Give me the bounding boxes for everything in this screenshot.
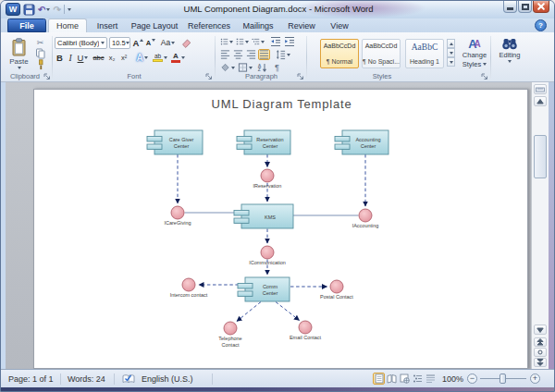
style-heading-1[interactable]: AaBbC Heading 1 <box>405 39 444 68</box>
maximize-button[interactable] <box>518 1 532 13</box>
scroll-up-button[interactable] <box>534 96 547 106</box>
styles-dialog-launcher[interactable] <box>481 73 488 80</box>
interface-postal-contact[interactable]: Postal Contact <box>320 280 353 300</box>
select-browse-object-button[interactable] <box>534 348 547 357</box>
scrollbar-thumb[interactable] <box>534 135 547 178</box>
line-spacing-button[interactable] <box>275 49 291 60</box>
decrease-indent-button[interactable] <box>269 36 282 47</box>
style-normal[interactable]: AaBbCcDd ¶ Normal <box>320 39 359 68</box>
justify-icon <box>259 49 269 60</box>
copy-button[interactable] <box>32 48 48 58</box>
zoom-in-button[interactable]: + <box>530 374 540 384</box>
component-comm-center[interactable]: Comm Center <box>238 277 290 301</box>
format-painter-button[interactable] <box>32 59 48 69</box>
text-effects-button[interactable]: A <box>134 52 150 64</box>
font-dialog-launcher[interactable] <box>205 73 213 80</box>
ruler-toggle-button[interactable] <box>534 84 547 94</box>
chevron-down-icon <box>164 56 167 59</box>
increase-indent-button[interactable] <box>283 36 296 47</box>
shrink-font-button[interactable]: A <box>145 36 156 49</box>
change-case-button[interactable]: Aa <box>160 36 176 49</box>
zoom-slider-thumb[interactable] <box>500 374 506 384</box>
subscript-button[interactable]: x₂ <box>106 52 117 64</box>
tab-home[interactable]: Home <box>48 18 87 32</box>
tab-mailings[interactable]: Mailings <box>235 18 281 32</box>
minimize-button[interactable] <box>503 1 517 13</box>
interface-telephone-contact[interactable]: Telephone Contact <box>218 322 241 348</box>
numbering-button[interactable] <box>235 36 250 47</box>
style-no-spacing[interactable]: AaBbCcDd ¶ No Spaci... <box>362 39 401 68</box>
proofing-status[interactable] <box>122 374 135 385</box>
superscript-button[interactable]: x² <box>118 52 130 64</box>
svg-text:IAccounting: IAccounting <box>352 223 379 228</box>
chevron-down-icon <box>84 56 88 59</box>
draft-icon <box>426 374 436 384</box>
connector-comm-to-telephone[interactable] <box>237 302 261 322</box>
align-left-button[interactable] <box>219 49 231 60</box>
component-reservation-center[interactable]: Reservation Center <box>237 130 290 154</box>
underline-button[interactable]: U <box>76 52 90 64</box>
help-button[interactable]: ? <box>535 19 547 31</box>
word-count[interactable]: Words: 24 <box>68 374 105 384</box>
document-area: UML Diagram Template <box>1 82 555 369</box>
change-styles-icon: AA <box>468 38 481 50</box>
font-name-select[interactable]: Calibri (Body) <box>55 37 107 49</box>
justify-button[interactable] <box>258 49 270 60</box>
tab-insert[interactable]: Insert <box>89 18 126 32</box>
strikethrough-button[interactable]: abc <box>92 52 105 64</box>
connector-comm-to-email[interactable] <box>276 302 300 321</box>
gallery-more-button[interactable] <box>447 57 455 67</box>
paste-button[interactable]: Paste <box>6 36 31 71</box>
view-outline-button[interactable] <box>412 373 424 385</box>
tab-references[interactable]: References <box>183 18 235 32</box>
browse-dot-icon <box>536 349 544 356</box>
multilevel-list-button[interactable] <box>251 36 265 47</box>
zoom-out-button[interactable]: − <box>467 374 477 384</box>
component-accounting-center[interactable]: Accounting Center <box>335 130 388 154</box>
bold-button[interactable]: B <box>55 52 65 64</box>
zoom-level-button[interactable]: 100% <box>442 374 463 384</box>
sort-icon: AZ <box>258 64 262 72</box>
interface-ireservation[interactable]: IReservation <box>253 169 282 189</box>
font-color-button[interactable]: A <box>170 52 186 64</box>
interface-intercom-contact[interactable]: Intercom contact <box>170 278 208 298</box>
align-right-button[interactable] <box>245 49 257 60</box>
interface-iaccounting[interactable]: IAccounting <box>352 209 379 228</box>
scroll-down-button[interactable] <box>534 325 547 335</box>
interface-icaregiving[interactable]: ICareGiving <box>164 206 191 226</box>
paragraph-dialog-launcher[interactable] <box>297 73 304 80</box>
gallery-up-button[interactable] <box>447 39 455 48</box>
tab-review[interactable]: Review <box>281 18 322 32</box>
clipboard-dialog-launcher[interactable] <box>43 73 51 80</box>
vertical-scrollbar[interactable] <box>531 82 549 369</box>
interface-icommunication[interactable]: ICommunication <box>249 246 286 265</box>
view-web-layout-button[interactable] <box>399 373 411 385</box>
editing-button[interactable]: Editing <box>495 37 524 74</box>
tab-file[interactable]: File <box>7 18 46 32</box>
grow-font-button[interactable]: A <box>132 36 144 49</box>
align-center-button[interactable] <box>232 49 244 60</box>
page-indicator[interactable]: Page: 1 of 1 <box>8 374 54 384</box>
change-styles-button[interactable]: AA Change Styles <box>460 37 489 74</box>
tab-page-layout[interactable]: Page Layout <box>127 18 182 32</box>
clear-formatting-button[interactable] <box>179 36 192 49</box>
tab-view[interactable]: View <box>322 18 357 32</box>
italic-button[interactable]: I <box>66 52 75 64</box>
interface-email-contact[interactable]: Email Contact <box>290 321 322 340</box>
close-button[interactable] <box>533 1 549 13</box>
previous-page-button[interactable] <box>534 337 547 347</box>
status-bar: Page: 1 of 1 Words: 24 English (U.S.) <box>1 369 555 387</box>
view-draft-button[interactable] <box>425 373 437 385</box>
view-print-layout-button[interactable] <box>373 373 385 385</box>
bullets-button[interactable] <box>219 36 234 47</box>
view-full-screen-button[interactable] <box>386 373 398 385</box>
gallery-down-button[interactable] <box>447 48 455 57</box>
document-page[interactable]: UML Diagram Template <box>33 89 528 369</box>
component-care-giver-center[interactable]: Care Giver Center <box>147 130 203 154</box>
highlight-button[interactable]: ab <box>152 52 168 64</box>
component-kms[interactable]: KMS <box>234 204 293 228</box>
language-indicator[interactable]: English (U.S.) <box>142 374 193 384</box>
next-page-button[interactable] <box>534 358 547 367</box>
font-size-select[interactable]: 10.5 <box>109 37 130 49</box>
cut-button[interactable]: ✂ <box>32 37 48 47</box>
